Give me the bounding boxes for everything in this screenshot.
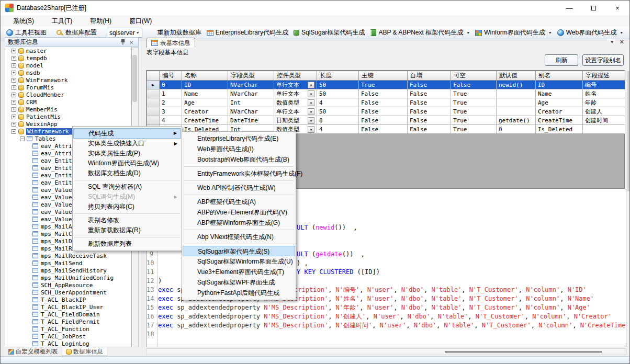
winform-codegen-button[interactable]: Winform界面代码生成▼ bbox=[473, 27, 555, 38]
tree-item-table[interactable]: mps_MailUnifiedConfig bbox=[5, 274, 131, 281]
grid-cell[interactable]: ▼单行文本 bbox=[274, 81, 317, 89]
expander-icon[interactable]: + bbox=[12, 93, 16, 97]
context-menu-item-winform-ui-generation[interactable]: Winform界面代码生成(W) bbox=[73, 158, 181, 168]
grid-cell[interactable]: 3 bbox=[160, 107, 182, 116]
submenu-item-web-ui-codegen[interactable]: Web界面代码生成(I) bbox=[183, 144, 295, 154]
expander-icon[interactable]: + bbox=[12, 63, 16, 68]
control-type-dropdown[interactable]: ▼ bbox=[308, 90, 314, 97]
expander-icon[interactable]: − bbox=[12, 129, 16, 134]
grid-cell[interactable]: 50 bbox=[317, 89, 359, 98]
grid-header-cell[interactable]: 可空 bbox=[451, 71, 497, 81]
menu-system[interactable]: 系统(S) bbox=[8, 16, 39, 27]
grid-cell[interactable]: CreateTime bbox=[182, 116, 228, 125]
tree-item-table[interactable]: T_ACL_BlackIP_User bbox=[5, 303, 131, 311]
menu-help[interactable]: 帮助(H) bbox=[85, 16, 117, 27]
tree-item-table[interactable]: T_ACL_LoginLog bbox=[5, 340, 131, 347]
grid-row[interactable]: 3CreatorNVarChar▼单行文本50FalseFalseTrueCre… bbox=[147, 107, 625, 116]
grid-cell[interactable]: ▼单行文本 bbox=[274, 107, 317, 116]
sqlsugar-codegen-button[interactable]: SqlSugar框架代码生成 bbox=[291, 27, 367, 38]
grid-cell[interactable] bbox=[583, 125, 625, 134]
grid-row[interactable]: 2AgeInt▼数值类型4FalseFalseTrueAge年龄 bbox=[147, 98, 625, 107]
grid-cell[interactable]: True bbox=[451, 89, 497, 98]
grid-cell[interactable]: False bbox=[359, 89, 408, 98]
close-button[interactable]: × bbox=[605, 1, 629, 15]
grid-cell[interactable]: 8 bbox=[317, 116, 359, 125]
web-codegen-button[interactable]: Web界面代码生成▼ bbox=[555, 27, 626, 38]
grid-cell[interactable]: Name bbox=[182, 89, 228, 98]
grid-cell[interactable]: False bbox=[359, 116, 408, 125]
tree-item-database[interactable]: +PatientMis bbox=[5, 113, 131, 120]
submenu-item-bootstrap-web-codegen[interactable]: Bootstrap的Web界面代码生成(B) bbox=[183, 154, 295, 165]
grid-cell[interactable]: 0 bbox=[497, 125, 536, 134]
grid-cell[interactable]: getdate() bbox=[497, 116, 536, 125]
grid-cell[interactable]: DateTime bbox=[228, 116, 274, 125]
grid-cell[interactable]: 年龄 bbox=[583, 98, 625, 107]
refresh-button[interactable]: 刷新 bbox=[545, 54, 578, 66]
expander-icon[interactable]: + bbox=[12, 71, 16, 75]
grid-cell[interactable]: ID bbox=[536, 81, 583, 89]
expander-icon[interactable]: + bbox=[12, 78, 16, 83]
tree-item-database[interactable]: +master bbox=[5, 47, 131, 54]
tree-item-table[interactable]: T_ACL_JobPost bbox=[5, 333, 131, 340]
minimize-button[interactable]: — bbox=[557, 1, 581, 15]
context-menu-item-copy-list-content[interactable]: 拷贝列表内容(C) bbox=[73, 202, 181, 212]
maximize-button[interactable] bbox=[581, 1, 605, 15]
pin-icon[interactable] bbox=[119, 39, 127, 46]
grid-cell[interactable]: Creator bbox=[182, 107, 228, 116]
tree-item-database[interactable]: +model bbox=[5, 62, 131, 69]
tree-item-table[interactable]: SCH_UserAppointment bbox=[5, 289, 131, 296]
grid-cell[interactable] bbox=[497, 89, 536, 98]
grid-cell[interactable]: True bbox=[451, 125, 497, 134]
row-selector[interactable] bbox=[147, 107, 160, 116]
submenu-item-sqlsugar-wpf-codegen[interactable]: SqlSugar框架WPF界面生成 bbox=[183, 277, 295, 288]
tree-item-table[interactable]: mps_MailSendHistory bbox=[5, 267, 131, 274]
menu-window[interactable]: 窗口(W) bbox=[124, 16, 157, 27]
tree-item-database[interactable]: +MemberMis bbox=[5, 106, 131, 113]
grid-cell[interactable]: False bbox=[359, 125, 408, 134]
grid-header-cell[interactable]: 默认值 bbox=[497, 71, 536, 81]
expander-icon[interactable]: + bbox=[12, 85, 16, 90]
grid-cell[interactable]: False bbox=[408, 125, 451, 134]
grid-header-cell[interactable]: 编号 bbox=[160, 71, 182, 81]
grid-row[interactable]: ▶0IDNVarChar▼单行文本50TrueFalseFalsenewid()… bbox=[147, 81, 625, 89]
submenu-item-sqlsugar-winform-codegen[interactable]: SqlSugar框架Winform界面生成(U) bbox=[183, 256, 295, 267]
panel-close-icon[interactable]: × bbox=[127, 39, 136, 46]
grid-cell[interactable]: newid() bbox=[497, 81, 536, 89]
control-type-dropdown[interactable]: ▼ bbox=[308, 108, 314, 115]
tree-item-table[interactable]: mps_MailSend bbox=[5, 259, 131, 267]
grid-cell[interactable]: Creator bbox=[536, 107, 583, 116]
grid-cell[interactable]: 50 bbox=[317, 81, 359, 89]
grid-cell[interactable]: NVarChar bbox=[228, 81, 274, 89]
grid-row[interactable]: 1NameNVarChar▼单行文本50FalseFalseTrueName姓名 bbox=[147, 89, 625, 98]
context-menu-item-refresh-database-list[interactable]: 刷新数据库列表 bbox=[73, 239, 181, 249]
context-menu-item-database-doc-generation[interactable]: 数据库文档生成(D) bbox=[73, 168, 181, 178]
grid-header-cell[interactable]: 字段类型 bbox=[228, 71, 274, 81]
tree-item-table[interactable]: T_ACL_Function bbox=[5, 325, 131, 333]
control-type-dropdown[interactable]: ▼ bbox=[308, 117, 314, 124]
pane-close-icon[interactable]: ✕ bbox=[620, 39, 624, 46]
grid-cell[interactable]: 4 bbox=[317, 125, 359, 134]
enterpriselibrary-codegen-button[interactable]: EnterpriseLibrary代码生成 bbox=[204, 27, 291, 38]
db-config-button[interactable]: 数据库配置 bbox=[53, 27, 99, 38]
tree-item-table[interactable]: T_ACL_BlackIP bbox=[5, 296, 131, 303]
grid-cell[interactable]: ID bbox=[182, 81, 228, 89]
grid-cell[interactable]: 4 bbox=[317, 98, 359, 107]
submenu-item-abp-winform-codegen[interactable]: ABP框架Winform界面生成(G) bbox=[183, 218, 295, 228]
grid-cell[interactable]: Int bbox=[228, 98, 274, 107]
grid-cell[interactable]: ▼日期类型 bbox=[274, 116, 317, 125]
row-selector[interactable] bbox=[147, 98, 160, 107]
control-type-dropdown[interactable]: ▼ bbox=[308, 126, 314, 133]
grid-cell[interactable]: True bbox=[451, 98, 497, 107]
grid-cell[interactable]: NVarChar bbox=[228, 107, 274, 116]
menu-tools[interactable]: 工具(T) bbox=[47, 16, 77, 27]
panel-tab-template-list[interactable]: 自定义模板列表 bbox=[5, 347, 62, 356]
tree-item-table[interactable]: T_ACL_FieldDomain bbox=[5, 311, 131, 318]
expander-icon[interactable]: + bbox=[12, 100, 16, 105]
database-type-combobox[interactable]: sqlserver▼ bbox=[107, 28, 142, 38]
tree-item-database[interactable]: +WinFramework bbox=[5, 76, 131, 84]
vertical-scrollbar[interactable] bbox=[627, 48, 630, 355]
expander-icon[interactable]: − bbox=[20, 136, 25, 141]
horizontal-scrollbar[interactable] bbox=[146, 348, 626, 355]
submenu-item-sqlsugar-codegen[interactable]: SqlSugar框架代码生成(S) bbox=[183, 246, 295, 256]
grid-cell[interactable]: False bbox=[408, 98, 451, 107]
